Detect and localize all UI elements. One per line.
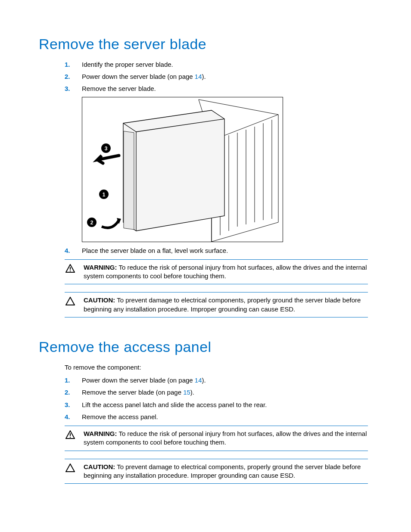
- steps-list-1b: 4. Place the server blade on a flat, lev…: [65, 246, 368, 255]
- svg-point-15: [70, 271, 71, 271]
- step-number: 1.: [65, 60, 78, 69]
- heading-remove-server-blade: Remove the server blade: [39, 34, 372, 54]
- step-text: Remove the server blade (on page 15).: [82, 389, 194, 396]
- step-number: 4.: [65, 413, 78, 421]
- caution-text: CAUTION: To prevent damage to electrical…: [84, 296, 368, 314]
- step-item: 2. Remove the server blade (on page 15).: [65, 388, 368, 397]
- step-item: 4. Remove the access panel.: [65, 413, 368, 421]
- step-number: 3.: [65, 84, 78, 93]
- steps-list-1: 1. Identify the proper server blade. 2. …: [65, 60, 368, 93]
- step-item: 1. Identify the proper server blade.: [65, 60, 368, 69]
- page-link[interactable]: 14: [195, 376, 202, 384]
- svg-text:2: 2: [90, 220, 93, 226]
- heading-remove-access-panel: Remove the access panel: [39, 337, 372, 357]
- step-item: 1. Power down the server blade (on page …: [65, 376, 368, 385]
- steps-list-2: 1. Power down the server blade (on page …: [65, 376, 368, 421]
- step-item: 3. Lift the access panel latch and slide…: [65, 401, 368, 409]
- step-text: Identify the proper server blade.: [82, 61, 173, 68]
- step-number: 4.: [65, 246, 78, 255]
- step-item: 4. Place the server blade on a flat, lev…: [65, 246, 368, 255]
- step-text: Place the server blade on a flat, level …: [82, 247, 228, 254]
- caution-block: CAUTION: To prevent damage to electrical…: [65, 292, 368, 317]
- step-item: 2. Power down the server blade (on page …: [65, 72, 368, 81]
- warning-icon: [65, 430, 75, 447]
- warning-block: WARNING: To reduce the risk of personal …: [65, 259, 368, 285]
- server-blade-removal-figure: 3 1 2: [82, 97, 283, 242]
- step-text: Lift the access panel latch and slide th…: [82, 401, 267, 408]
- svg-rect-7: [124, 131, 134, 229]
- step-number: 2.: [65, 72, 78, 81]
- step-text: Power down the server blade (on page 14)…: [82, 73, 206, 80]
- warning-text: WARNING: To reduce the risk of personal …: [84, 429, 368, 447]
- warning-text: WARNING: To reduce the risk of personal …: [84, 263, 368, 281]
- step-text: Remove the server blade.: [82, 85, 156, 92]
- step-text: Power down the server blade (on page 14)…: [82, 376, 206, 384]
- svg-point-17: [70, 437, 71, 438]
- caution-text: CAUTION: To prevent damage to electrical…: [84, 463, 368, 480]
- page-link[interactable]: 15: [183, 389, 190, 396]
- svg-text:1: 1: [103, 192, 106, 198]
- warning-icon: [65, 264, 75, 281]
- caution-icon: [65, 464, 75, 480]
- step-number: 3.: [65, 401, 78, 409]
- step-text: Remove the access panel.: [82, 413, 158, 420]
- page-link[interactable]: 14: [195, 73, 202, 80]
- warning-block: WARNING: To reduce the risk of personal …: [65, 426, 368, 451]
- svg-text:3: 3: [105, 146, 108, 152]
- intro-text: To remove the component:: [65, 363, 368, 372]
- step-number: 2.: [65, 388, 78, 397]
- step-number: 1.: [65, 376, 78, 385]
- caution-icon: [65, 297, 75, 314]
- step-item: 3. Remove the server blade.: [65, 84, 368, 93]
- caution-block: CAUTION: To prevent damage to electrical…: [65, 459, 368, 484]
